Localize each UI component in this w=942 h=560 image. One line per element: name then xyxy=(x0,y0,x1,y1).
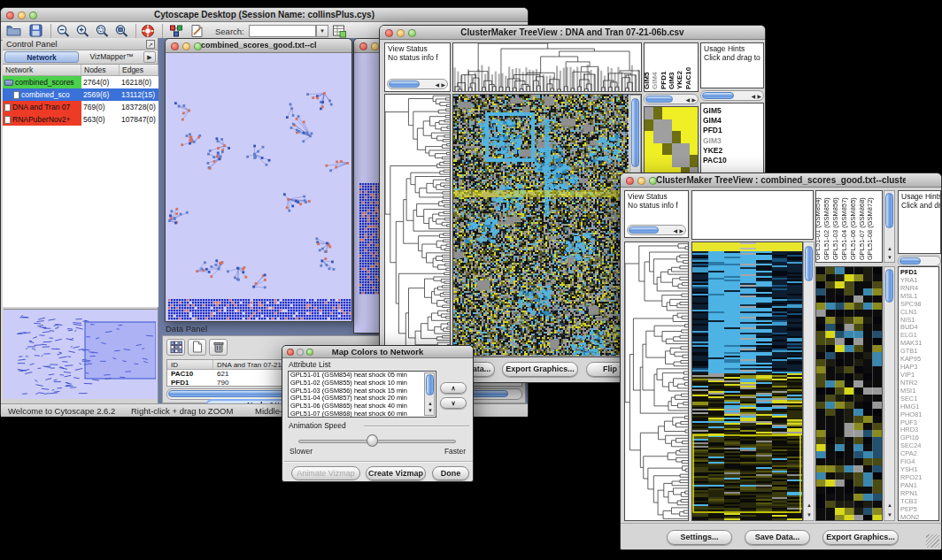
gene-label[interactable]: GIM3 xyxy=(701,136,763,146)
zoom-heatmap-cell[interactable] xyxy=(662,131,671,143)
zoom-heatmap-cell[interactable] xyxy=(662,107,671,119)
search-dropdown-icon[interactable]: ▼ xyxy=(316,25,328,37)
zoom-heatmap-canvas[interactable] xyxy=(816,267,882,520)
tab-vizmapper[interactable]: VizMapper™ xyxy=(81,51,143,63)
network-overview-panel[interactable] xyxy=(4,309,158,399)
network-list-row[interactable]: combined_sco2569(6)13112(15) xyxy=(3,88,158,101)
close-icon[interactable] xyxy=(171,42,179,50)
scroll-left-icon[interactable]: ◀ xyxy=(685,96,690,104)
zoom-heatmap-cell[interactable] xyxy=(653,119,662,132)
scroll-right-icon[interactable]: ▶ xyxy=(679,227,683,234)
minimize-icon[interactable] xyxy=(371,42,379,50)
column-dendrogram-canvas[interactable] xyxy=(453,43,641,91)
column-dendrogram-panel[interactable] xyxy=(452,42,642,92)
scroll-left-icon[interactable]: ◀ xyxy=(751,93,755,100)
zoom-heatmap-cell[interactable] xyxy=(690,107,699,119)
scroll-down-icon[interactable]: ▼ xyxy=(887,512,892,518)
row-dendrogram-canvas[interactable] xyxy=(625,242,688,520)
row-dendrogram-panel[interactable] xyxy=(624,242,689,521)
column-network[interactable]: Network xyxy=(3,65,81,75)
minimize-icon[interactable] xyxy=(637,177,645,185)
zoom-heatmap-cell[interactable] xyxy=(672,155,681,167)
zoom-out-icon[interactable] xyxy=(56,24,72,39)
delete-attribute-icon[interactable] xyxy=(209,339,228,356)
zoom-heatmap-cell[interactable] xyxy=(645,155,653,167)
gene-label[interactable]: MON2 xyxy=(899,514,938,521)
zoom-heatmap-cell[interactable] xyxy=(681,107,690,119)
scroll-up-icon[interactable]: ▲ xyxy=(807,502,812,508)
column-id[interactable]: ID xyxy=(167,360,213,369)
zoom-heatmap-cell[interactable] xyxy=(681,143,690,156)
attribute-list[interactable]: GPL51-01 (GSM854) heat shock 05 minGPL51… xyxy=(288,371,436,418)
zoom-fit-icon[interactable] xyxy=(114,24,130,39)
gene-label[interactable]: PFD1 xyxy=(701,126,763,135)
zoom-heatmap-cell[interactable] xyxy=(690,155,699,167)
usage-hints-scrollbar[interactable] xyxy=(898,256,941,266)
gene-label[interactable]: GIM4 xyxy=(701,116,763,126)
network-list-row[interactable]: RNAPuberNov2+563(0)107847(0) xyxy=(3,113,158,126)
treeview-title-bar[interactable]: ClusterMaker TreeView : combined_scores_… xyxy=(621,173,941,188)
scroll-up-icon[interactable]: ▲ xyxy=(887,246,892,251)
zoom-heatmap-cell[interactable] xyxy=(645,131,653,143)
scroll-down-icon[interactable]: ▼ xyxy=(807,512,812,518)
minimize-icon[interactable] xyxy=(18,12,26,19)
zoom-heatmap-cell[interactable] xyxy=(681,155,690,167)
gene-label[interactable]: PAC10 xyxy=(701,156,763,165)
zoom-heatmap-scrollbar[interactable]: ▲ ▼ xyxy=(884,266,895,521)
resize-grip[interactable] xyxy=(926,534,939,548)
zoom-heatmap-cell[interactable] xyxy=(690,143,699,156)
annotation-icon[interactable] xyxy=(190,24,206,39)
tab-overflow-arrow[interactable]: ▶ xyxy=(143,51,156,63)
zoom-heatmap-cell[interactable] xyxy=(681,131,690,143)
dialog-title-bar[interactable]: Map Colors to Network xyxy=(282,346,473,358)
gene-label[interactable]: YKE2 xyxy=(701,146,763,156)
network-overview-canvas[interactable] xyxy=(4,310,156,398)
done-button[interactable]: Done xyxy=(432,466,469,480)
zoom-heatmap-cell[interactable] xyxy=(690,131,699,143)
zoom-heatmap-cell[interactable] xyxy=(690,119,699,132)
zoom-heatmap-cell[interactable] xyxy=(681,119,690,132)
zoom-window-icon[interactable] xyxy=(306,349,313,356)
scroll-right-icon[interactable]: ▶ xyxy=(691,96,696,104)
save-icon[interactable] xyxy=(29,24,45,39)
vizmapper-icon[interactable] xyxy=(169,24,185,39)
select-attributes-icon[interactable] xyxy=(166,339,185,356)
gene-label-list[interactable]: PFD1YRA1RNR4MSL1SPC98CLN1NIS1BUD4ELG1MAK… xyxy=(898,266,939,521)
network-list-row[interactable]: DNA and Tran 07769(0)183728(0) xyxy=(3,101,158,113)
new-attribute-icon[interactable] xyxy=(188,339,206,356)
close-icon[interactable] xyxy=(287,349,294,356)
minimize-icon[interactable] xyxy=(182,42,190,50)
tab-network[interactable]: Network xyxy=(4,51,79,63)
global-heatmap-canvas[interactable] xyxy=(453,95,629,357)
close-icon[interactable] xyxy=(626,177,634,185)
close-icon[interactable] xyxy=(385,29,393,37)
zoom-heatmap-cell[interactable] xyxy=(662,143,671,156)
attribute-list-scrollbar[interactable]: ▲ ▼ xyxy=(424,372,435,416)
scroll-right-icon[interactable]: ▶ xyxy=(441,81,445,88)
scroll-down-icon[interactable]: ▼ xyxy=(428,408,433,413)
network-canvas[interactable] xyxy=(166,53,352,322)
scroll-down-icon[interactable]: ▼ xyxy=(887,255,892,260)
zoom-heatmap-cell[interactable] xyxy=(653,107,662,119)
scroll-right-icon[interactable]: ▶ xyxy=(757,93,761,100)
create-vizmap-button[interactable]: Create Vizmap xyxy=(366,466,426,480)
zoom-heatmap-cell[interactable] xyxy=(653,155,662,167)
scroll-up-icon[interactable]: ▲ xyxy=(428,401,433,406)
scroll-left-icon[interactable]: ◀ xyxy=(673,227,677,234)
zoom-heatmap-cell[interactable] xyxy=(672,131,681,143)
move-up-button[interactable]: ∧ xyxy=(440,382,467,394)
scroll-left-icon[interactable]: ◀ xyxy=(435,81,439,88)
zoom-heatmap-panel[interactable] xyxy=(815,266,883,521)
move-down-button[interactable]: ∨ xyxy=(440,397,467,409)
export-graphics-button[interactable]: Export Graphics... xyxy=(502,362,578,377)
view-status-scrollbar[interactable]: ◀▶ xyxy=(627,225,686,235)
zoom-heatmap-cell[interactable] xyxy=(653,143,662,156)
export-graphics-button[interactable]: Export Graphics... xyxy=(822,530,899,545)
scroll-up-icon[interactable]: ▲ xyxy=(887,502,892,508)
minimize-icon[interactable] xyxy=(297,349,304,356)
close-icon[interactable] xyxy=(359,42,367,50)
zoom-in-icon[interactable] xyxy=(75,24,91,39)
view-status-scrollbar[interactable]: ◀▶ xyxy=(387,79,448,89)
column-edges[interactable]: Edges xyxy=(120,65,158,75)
zoom-heatmap-cell[interactable] xyxy=(653,131,662,143)
